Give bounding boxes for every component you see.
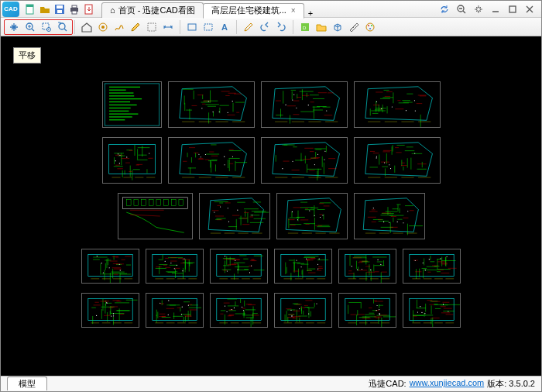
zoom-realtime-tool[interactable] bbox=[56, 20, 70, 34]
redo-tool[interactable] bbox=[274, 20, 288, 34]
drawing-thumb-4-0[interactable] bbox=[81, 293, 139, 328]
svg-rect-782 bbox=[281, 298, 325, 320]
drawing-thumb-3-3[interactable] bbox=[274, 249, 332, 284]
drawing-thumb-0-0[interactable] bbox=[102, 81, 162, 128]
drawing-thumb-2-0[interactable] bbox=[118, 193, 193, 239]
sync-button[interactable] bbox=[437, 3, 451, 15]
titlebar: CAD ⌂首页 - 迅捷CAD看图高层层住宅楼建筑...×+ bbox=[1, 1, 541, 18]
svg-point-24 bbox=[366, 23, 374, 31]
drawing-thumb-2-2[interactable] bbox=[276, 193, 348, 239]
pencil-tool[interactable] bbox=[129, 20, 142, 34]
measure-tool[interactable] bbox=[347, 20, 361, 34]
drawing-thumb-0-3[interactable] bbox=[354, 81, 441, 128]
print-icon[interactable] bbox=[68, 3, 81, 15]
svg-point-465 bbox=[101, 263, 102, 263]
svg-point-895 bbox=[424, 313, 425, 314]
dimension-tool[interactable] bbox=[161, 20, 175, 34]
svg-point-506 bbox=[177, 265, 177, 266]
save-icon[interactable] bbox=[53, 3, 66, 15]
svg-point-388 bbox=[309, 210, 310, 211]
svg-rect-11 bbox=[509, 6, 516, 12]
drawing-canvas[interactable]: 平移 bbox=[1, 36, 541, 376]
svg-point-15 bbox=[59, 23, 65, 29]
svg-rect-704 bbox=[153, 298, 197, 320]
drawing-thumb-4-2[interactable] bbox=[210, 293, 268, 328]
svg-point-430 bbox=[372, 208, 373, 208]
layer-rect-tool[interactable] bbox=[185, 20, 199, 34]
drawing-thumb-1-1[interactable] bbox=[168, 137, 255, 184]
drawing-thumb-1-3[interactable] bbox=[354, 137, 441, 184]
edit-tool[interactable] bbox=[242, 20, 256, 34]
drawing-thumb-4-5[interactable] bbox=[403, 293, 461, 328]
close-icon[interactable]: × bbox=[291, 6, 296, 15]
svg-point-468 bbox=[97, 256, 98, 256]
svg-point-429 bbox=[389, 222, 389, 223]
home-tool[interactable] bbox=[80, 20, 94, 34]
svg-point-742 bbox=[182, 307, 183, 308]
drawing-thumb-4-1[interactable] bbox=[146, 293, 204, 328]
drawing-thumb-1-2[interactable] bbox=[261, 137, 348, 184]
zoom-window-tool[interactable] bbox=[39, 20, 53, 34]
status-link[interactable]: www.xunjiecad.com bbox=[410, 378, 485, 390]
drawing-thumb-0-2[interactable] bbox=[261, 81, 348, 128]
layer-dash-tool[interactable] bbox=[201, 20, 215, 34]
3d-box-tool[interactable] bbox=[331, 20, 345, 34]
zoom-button[interactable] bbox=[455, 3, 468, 15]
palette-tool[interactable] bbox=[363, 20, 377, 34]
min-button[interactable] bbox=[489, 3, 503, 15]
svg-point-113 bbox=[296, 108, 297, 108]
svg-point-699 bbox=[113, 315, 114, 316]
drawing-thumb-1-0[interactable] bbox=[102, 137, 162, 184]
max-button[interactable] bbox=[506, 3, 520, 15]
drawing-thumb-3-2[interactable] bbox=[210, 249, 268, 284]
svg-rect-315 bbox=[171, 200, 176, 206]
new-tab-button[interactable]: + bbox=[304, 9, 317, 18]
svg-rect-309 bbox=[126, 200, 131, 206]
select-tool[interactable] bbox=[145, 20, 159, 34]
drawing-thumb-2-1[interactable] bbox=[199, 193, 270, 239]
svg-point-622 bbox=[362, 269, 362, 270]
svg-rect-38 bbox=[109, 116, 132, 117]
zoom-circle-tool[interactable] bbox=[96, 20, 110, 34]
zoom-extents-tool[interactable] bbox=[23, 20, 37, 34]
svg-point-193 bbox=[126, 156, 127, 157]
drawing-thumb-4-3[interactable] bbox=[274, 293, 332, 328]
svg-point-392 bbox=[297, 219, 297, 220]
svg-rect-665 bbox=[88, 298, 132, 320]
text-tool[interactable]: A bbox=[218, 20, 232, 34]
svg-point-192 bbox=[117, 153, 118, 154]
svg-rect-310 bbox=[133, 200, 138, 206]
svg-point-391 bbox=[314, 215, 314, 216]
svg-point-425 bbox=[383, 222, 384, 222]
tab-0[interactable]: ⌂首页 - 迅捷CAD看图 bbox=[101, 2, 204, 18]
drawing-thumb-3-4[interactable] bbox=[338, 249, 396, 284]
drawing-thumb-3-0[interactable] bbox=[81, 249, 139, 284]
svg-point-188 bbox=[149, 153, 149, 153]
drawing-thumb-3-5[interactable] bbox=[403, 249, 461, 284]
drawing-thumb-0-1[interactable] bbox=[168, 81, 255, 128]
svg-rect-39 bbox=[109, 119, 125, 120]
drawing-thumb-2-3[interactable] bbox=[354, 193, 425, 239]
settings-button[interactable] bbox=[472, 3, 485, 15]
file-icon[interactable] bbox=[24, 3, 36, 15]
export-dwg-tool[interactable]: D bbox=[298, 20, 312, 34]
open-icon[interactable] bbox=[39, 3, 51, 15]
pan-tool[interactable] bbox=[7, 20, 21, 34]
polyline-tool[interactable] bbox=[112, 20, 126, 34]
svg-rect-19 bbox=[188, 24, 196, 30]
folder-tool[interactable] bbox=[314, 20, 328, 34]
drawing-thumb-3-1[interactable] bbox=[146, 249, 204, 284]
tab-1[interactable]: 高层层住宅楼建筑...× bbox=[203, 3, 304, 19]
svg-point-189 bbox=[119, 155, 120, 156]
model-tab[interactable]: 模型 bbox=[7, 377, 47, 390]
svg-point-111 bbox=[292, 99, 293, 100]
drawing-thumb-4-4[interactable] bbox=[338, 293, 396, 328]
export-icon[interactable] bbox=[83, 3, 95, 15]
svg-point-546 bbox=[251, 266, 252, 266]
svg-point-547 bbox=[235, 260, 235, 261]
undo-tool[interactable] bbox=[258, 20, 272, 34]
svg-point-26 bbox=[371, 25, 372, 26]
svg-point-10 bbox=[477, 7, 481, 11]
close-button[interactable] bbox=[523, 3, 537, 15]
tab-label: 首页 - 迅捷CAD看图 bbox=[118, 5, 195, 16]
